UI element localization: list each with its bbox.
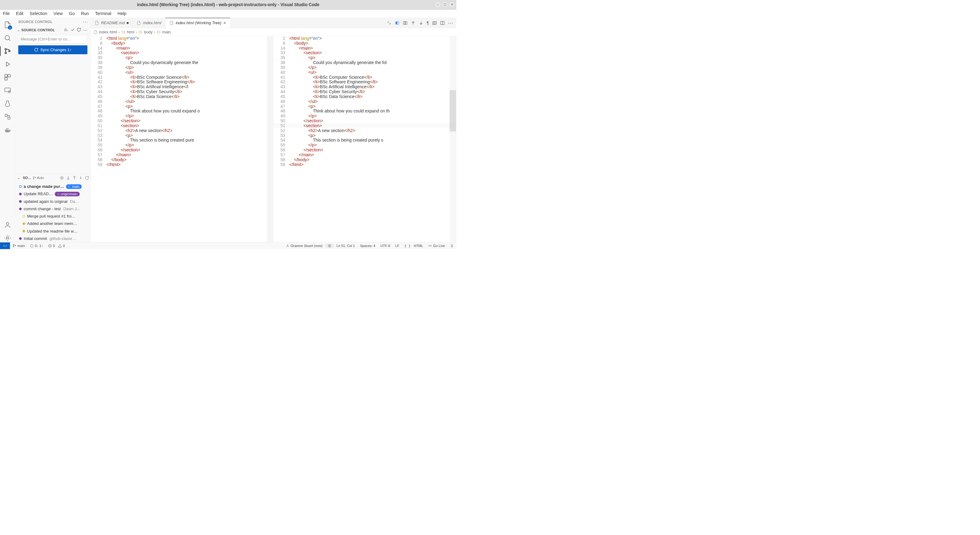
menu-help[interactable]: Help	[116, 11, 127, 17]
split-editor-icon[interactable]	[440, 21, 445, 25]
sync-status[interactable]: 0↓ 1↑	[27, 244, 45, 248]
menu-run[interactable]: Run	[80, 11, 90, 17]
pull-icon[interactable]	[72, 175, 76, 180]
commit-row[interactable]: a change made pur…main	[19, 183, 89, 190]
remote-explorer-icon[interactable]	[3, 86, 12, 95]
code-line[interactable]: 49 </p>	[274, 114, 456, 119]
close-button[interactable]: ✕	[449, 2, 455, 8]
tab-more-icon[interactable]: ⋯	[448, 20, 453, 26]
commit-row[interactable]: Initial commitgithub-classr…	[19, 235, 89, 242]
minimize-button[interactable]: –	[434, 2, 441, 8]
menu-view[interactable]: View	[52, 11, 64, 17]
code-line[interactable]: 41 <li>BSc Computer Science</li>	[274, 75, 456, 80]
code-line[interactable]: 55 </p>	[91, 143, 273, 148]
code-line[interactable]: 54 This section is being created pure	[91, 138, 273, 143]
code-line[interactable]: 56 </section>	[274, 147, 456, 152]
push-icon[interactable]	[79, 175, 83, 180]
code-line[interactable]: 50 </section>	[274, 118, 456, 123]
code-line[interactable]: 42 <li>BSc Software Engineering</li>	[274, 80, 456, 84]
code-line[interactable]: 51 <section>	[274, 123, 456, 128]
code-line[interactable]: 59</html>	[91, 162, 273, 167]
code-line[interactable]: 44 <li>BSc Cyber Security</li>	[91, 89, 273, 94]
code-line[interactable]: 46 </ul>	[91, 99, 273, 104]
more-actions-icon[interactable]: ⋯	[83, 19, 88, 25]
remote-indicator[interactable]	[0, 242, 10, 249]
toggle-inline-icon[interactable]	[395, 21, 400, 25]
commit-row[interactable]: Updated the readme file w…	[19, 228, 89, 235]
branch-indicator[interactable]: main	[10, 244, 27, 248]
code-line[interactable]: 39 </p>	[91, 65, 273, 70]
breadcrumb[interactable]: index.html›html›body›main	[91, 28, 456, 36]
explorer-icon[interactable]: 1	[3, 21, 12, 29]
code-line[interactable]: 38 Could you dynamically generate the	[91, 60, 273, 65]
graph-icon[interactable]	[64, 27, 68, 32]
go-live[interactable]: Go Live	[426, 244, 447, 248]
language-mode[interactable]: { } HTML	[402, 244, 426, 248]
breadcrumb-item[interactable]: body	[144, 30, 153, 34]
code-line[interactable]: 47 <p>	[91, 104, 273, 109]
code-line[interactable]: 56 </section>	[91, 147, 273, 152]
code-line[interactable]: 47 <p>	[274, 104, 456, 109]
breadcrumb-item[interactable]: main	[162, 30, 171, 34]
code-line[interactable]: 58 </body>	[91, 157, 273, 162]
menu-file[interactable]: File	[2, 11, 11, 17]
commit-row[interactable]: updated again to originalDa…	[19, 197, 89, 205]
menu-go[interactable]: Go	[68, 11, 76, 17]
code-line[interactable]: 40 <ul>	[91, 70, 273, 75]
sync-changes-button[interactable]: Sync Changes 1↑	[18, 45, 88, 54]
ports-icon[interactable]	[3, 113, 12, 121]
code-line[interactable]: 52 <h2>A new section</h2>	[91, 128, 273, 133]
code-line[interactable]: 45 <li>BSc Data Science</li>	[274, 94, 456, 99]
code-line[interactable]: 42 <li>BSc Software Engineering</li>	[91, 80, 273, 84]
code-line[interactable]: 54 This section is being created purely …	[274, 138, 456, 143]
code-line[interactable]: 59</html>	[274, 162, 456, 167]
testing-icon[interactable]	[3, 99, 12, 108]
auto-branch-selector[interactable]: Auto	[32, 176, 44, 180]
repo-more-icon[interactable]: ⋯	[83, 27, 88, 33]
code-line[interactable]: 44 <li>BSc Cyber Security</li>	[274, 89, 456, 94]
commit-message-input[interactable]: Message (Ctrl+Enter to co…	[18, 35, 88, 43]
close-tab-icon[interactable]: ×	[223, 20, 226, 25]
eol[interactable]: LF	[393, 244, 402, 248]
map-icon[interactable]	[432, 21, 437, 25]
accounts-icon[interactable]	[3, 221, 12, 229]
code-line[interactable]: 48 Think about how you could expand on t…	[274, 109, 456, 114]
code-line[interactable]: 41 <li>BSc Computer Science</li>	[91, 75, 273, 80]
source-control-graph-header[interactable]: ⌄ SO… Auto	[15, 174, 90, 182]
tab-index-html[interactable]: index.html	[133, 18, 165, 28]
next-change-icon[interactable]	[418, 21, 423, 25]
code-line[interactable]: 49 </p>	[91, 114, 273, 119]
graph-refresh-icon[interactable]	[85, 175, 89, 180]
menu-terminal[interactable]: Terminal	[94, 11, 112, 17]
minimap-icon[interactable]	[450, 36, 456, 242]
commit-row[interactable]: Added another team mem…	[19, 220, 89, 228]
commit-row[interactable]: Update READ…origin/main	[19, 190, 89, 197]
refresh-icon[interactable]	[76, 27, 81, 32]
notifications-icon[interactable]	[447, 244, 456, 248]
code-line[interactable]: 48 Think about how you could expand o	[91, 109, 273, 114]
code-line[interactable]: 57 </main>	[274, 152, 456, 157]
menu-selection[interactable]: Selection	[29, 11, 48, 17]
code-line[interactable]: 40 <ul>	[274, 70, 456, 75]
extensions-icon[interactable]	[3, 73, 12, 81]
tab-readme-md[interactable]: README.md	[91, 18, 133, 28]
breadcrumb-item[interactable]: index.html	[99, 30, 117, 34]
problems-indicator[interactable]: 0 0	[46, 244, 67, 248]
code-line[interactable]: 39 </p>	[274, 65, 456, 70]
code-line[interactable]: 43 <li>BSc Artificial Intelligence</li>	[274, 84, 456, 89]
code-line[interactable]: 45 <li>BSc Data Science</li>	[91, 94, 273, 99]
code-line[interactable]: 51 <section>	[91, 123, 273, 128]
cursor-position[interactable]: Ln 51, Col 1	[334, 244, 357, 248]
screencast-icon[interactable]	[325, 244, 334, 248]
prev-change-icon[interactable]	[411, 21, 415, 25]
diff-modified[interactable]: 2<html lang="en">8 <body>14 <main>33 <se…	[274, 36, 456, 242]
settings-gear-icon[interactable]	[3, 234, 12, 242]
commit-check-icon[interactable]	[70, 27, 75, 32]
run-debug-icon[interactable]	[3, 60, 12, 68]
tab-index-html-working-tree-[interactable]: index.html (Working Tree)×	[165, 18, 230, 28]
code-line[interactable]: 53 <p>	[274, 133, 456, 138]
code-line[interactable]: 52 <h2>A new section</h2>	[274, 128, 456, 133]
code-line[interactable]: 53 <p>	[91, 133, 273, 138]
menu-edit[interactable]: Edit	[15, 11, 25, 17]
indentation[interactable]: Spaces: 4	[357, 244, 378, 248]
